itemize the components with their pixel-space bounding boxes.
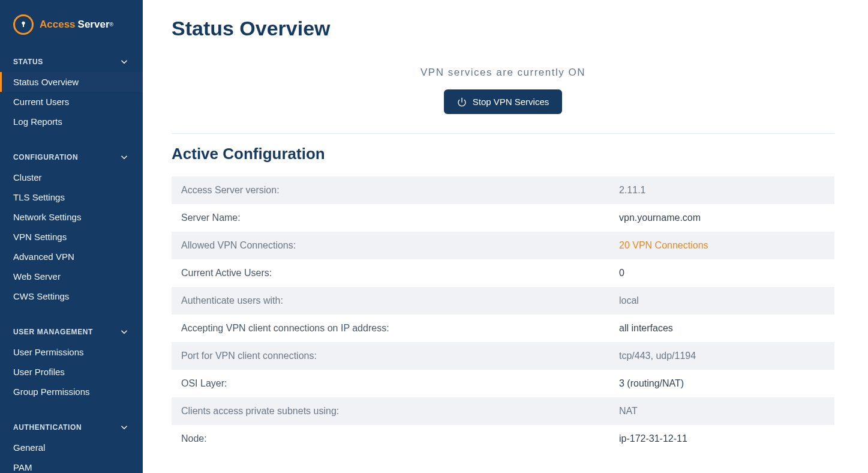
config-label: Server Name: — [181, 212, 619, 223]
config-label: Port for VPN client connections: — [181, 351, 619, 361]
chevron-down-icon — [119, 327, 130, 337]
main-content: Status Overview VPN services are current… — [143, 0, 868, 473]
config-row-active-users: Current Active Users: 0 — [172, 259, 834, 287]
logo-text-server: Server — [78, 19, 110, 31]
sidebar-item-log-reports[interactable]: Log Reports — [0, 112, 143, 131]
nav-header-label: AUTHENTICATION — [13, 423, 82, 432]
sidebar-item-current-users[interactable]: Current Users — [0, 92, 143, 112]
config-value: vpn.yourname.com — [619, 212, 825, 223]
nav-group-status: STATUS Status Overview Current Users Log… — [0, 49, 143, 131]
config-value: 2.11.1 — [619, 185, 825, 196]
sidebar-item-group-permissions[interactable]: Group Permissions — [0, 382, 143, 402]
nav-group-configuration: CONFIGURATION Cluster TLS Settings Netwo… — [0, 145, 143, 306]
nav-group-user-management: USER MANAGEMENT User Permissions User Pr… — [0, 319, 143, 402]
config-label: Accepting VPN client connections on IP a… — [181, 323, 619, 334]
config-value: ip-172-31-12-11 — [619, 433, 825, 444]
sidebar-item-pam[interactable]: PAM — [0, 457, 143, 473]
chevron-down-icon — [119, 56, 130, 67]
config-value: local — [619, 295, 825, 306]
chevron-down-icon — [119, 422, 130, 433]
divider — [172, 133, 834, 134]
logo-reg: ® — [110, 22, 114, 28]
sidebar-item-user-permissions[interactable]: User Permissions — [0, 342, 143, 362]
config-row-server-name: Server Name: vpn.yourname.com — [172, 204, 834, 232]
sidebar-item-general[interactable]: General — [0, 438, 143, 457]
sidebar-item-cws-settings[interactable]: CWS Settings — [0, 286, 143, 306]
config-row-private-subnets: Clients access private subnets using: NA… — [172, 397, 834, 425]
power-icon — [457, 97, 467, 107]
logo-text-access: Access — [40, 19, 76, 31]
config-value: 3 (routing/NAT) — [619, 378, 825, 389]
logo[interactable]: Access Server ® — [0, 11, 143, 49]
config-label: Current Active Users: — [181, 268, 619, 279]
config-value: 0 — [619, 268, 825, 279]
config-row-accepting-ip: Accepting VPN client connections on IP a… — [172, 315, 834, 342]
logo-icon — [13, 14, 34, 35]
config-row-allowed-connections: Allowed VPN Connections: 20 VPN Connecti… — [172, 232, 834, 259]
config-label: OSI Layer: — [181, 378, 619, 389]
active-config-title: Active Configuration — [172, 145, 834, 163]
sidebar-item-user-profiles[interactable]: User Profiles — [0, 362, 143, 382]
svg-rect-1 — [23, 24, 24, 27]
config-label: Authenticate users with: — [181, 295, 619, 306]
sidebar-item-cluster[interactable]: Cluster — [0, 167, 143, 187]
nav-header-label: CONFIGURATION — [13, 153, 78, 161]
config-row-auth-users: Authenticate users with: local — [172, 287, 834, 315]
config-value: tcp/443, udp/1194 — [619, 351, 825, 361]
config-label: Access Server version: — [181, 185, 619, 196]
nav-header-label: USER MANAGEMENT — [13, 328, 93, 336]
config-row-version: Access Server version: 2.11.1 — [172, 176, 834, 204]
sidebar-item-web-server[interactable]: Web Server — [0, 267, 143, 286]
config-row-node: Node: ip-172-31-12-11 — [172, 425, 834, 453]
sidebar-item-tls-settings[interactable]: TLS Settings — [0, 187, 143, 207]
config-label: Allowed VPN Connections: — [181, 240, 619, 251]
sidebar-item-vpn-settings[interactable]: VPN Settings — [0, 227, 143, 247]
config-value: NAT — [619, 406, 825, 417]
config-value: all interfaces — [619, 323, 825, 334]
nav-header-label: STATUS — [13, 58, 43, 66]
vpn-status-text: VPN services are currently ON — [172, 67, 834, 79]
config-table: Access Server version: 2.11.1 Server Nam… — [172, 176, 834, 453]
sidebar-item-network-settings[interactable]: Network Settings — [0, 207, 143, 227]
config-label: Node: — [181, 433, 619, 444]
nav-header-user-management[interactable]: USER MANAGEMENT — [0, 319, 143, 342]
config-row-port: Port for VPN client connections: tcp/443… — [172, 342, 834, 370]
config-row-osi-layer: OSI Layer: 3 (routing/NAT) — [172, 370, 834, 397]
sidebar-item-status-overview[interactable]: Status Overview — [0, 72, 143, 92]
page-title: Status Overview — [172, 17, 834, 40]
sidebar-item-advanced-vpn[interactable]: Advanced VPN — [0, 247, 143, 267]
config-value[interactable]: 20 VPN Connections — [619, 240, 825, 251]
chevron-down-icon — [119, 152, 130, 163]
nav-header-authentication[interactable]: AUTHENTICATION — [0, 415, 143, 438]
nav-header-status[interactable]: STATUS — [0, 49, 143, 72]
config-label: Clients access private subnets using: — [181, 406, 619, 417]
sidebar: Access Server ® STATUS Status Overview C… — [0, 0, 143, 473]
nav-header-configuration[interactable]: CONFIGURATION — [0, 145, 143, 167]
stop-vpn-button-label: Stop VPN Services — [473, 97, 549, 107]
nav-group-authentication: AUTHENTICATION General PAM RADIUS — [0, 415, 143, 473]
vpn-status-block: VPN services are currently ON Stop VPN S… — [172, 67, 834, 133]
stop-vpn-button[interactable]: Stop VPN Services — [444, 89, 563, 114]
